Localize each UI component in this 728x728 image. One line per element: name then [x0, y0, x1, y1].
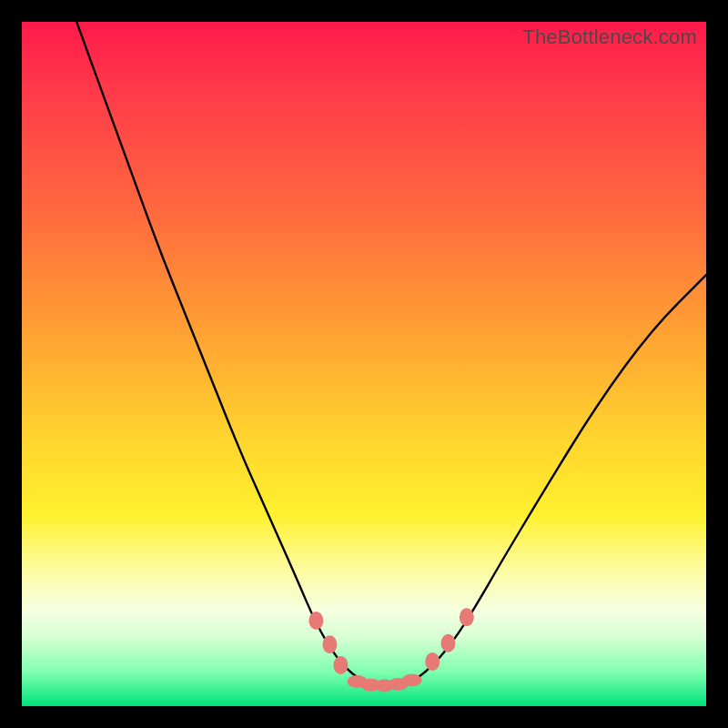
bottleneck-curve [76, 22, 706, 685]
bead-right-upper [460, 608, 474, 626]
bead-group [308, 608, 473, 692]
bead-right-lower [425, 652, 440, 671]
bead-left-upper [308, 612, 323, 630]
bead-left-lower [333, 656, 348, 674]
bead-right-mid [441, 634, 456, 652]
curve-layer [22, 22, 706, 706]
bead-left-mid [322, 635, 337, 653]
plot-area: TheBottleneck.com [22, 22, 706, 706]
outer-frame: TheBottleneck.com [0, 0, 728, 728]
bead-bottom-5 [402, 673, 422, 686]
